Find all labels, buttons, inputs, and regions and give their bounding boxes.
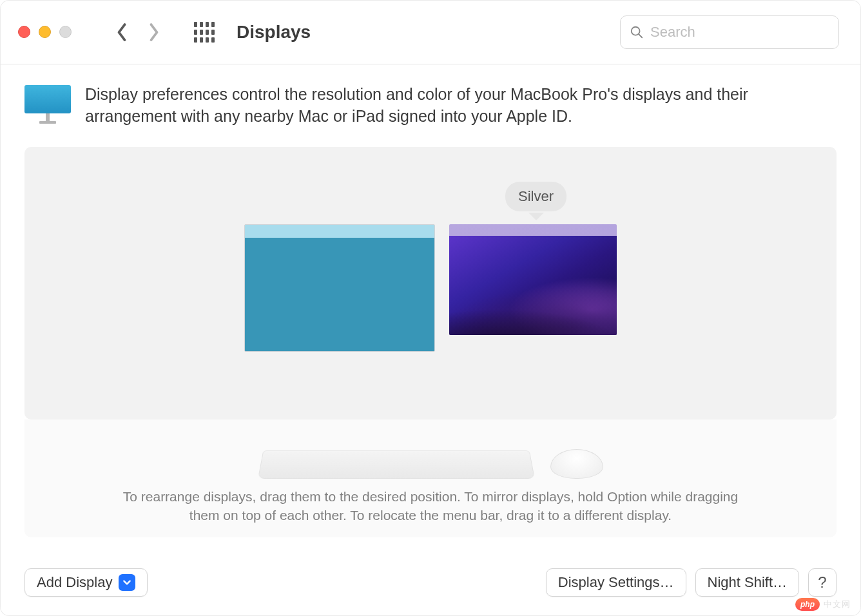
- arrangement-help-text: To rearrange displays, drag them to the …: [108, 488, 753, 525]
- night-shift-label: Night Shift…: [708, 574, 788, 591]
- system-preferences-window: Displays Display preferences control the…: [0, 0, 861, 616]
- intro-section: Display preferences control the resoluti…: [24, 84, 837, 128]
- night-shift-button[interactable]: Night Shift…: [695, 568, 800, 597]
- peripherals-section: To rearrange displays, drag them to the …: [24, 419, 837, 537]
- search-icon: [630, 25, 644, 39]
- search-field[interactable]: [620, 15, 839, 49]
- chevron-left-icon: [115, 23, 128, 42]
- content-area: Display preferences control the resoluti…: [0, 64, 861, 554]
- display-settings-button[interactable]: Display Settings…: [546, 568, 686, 597]
- add-display-label: Add Display: [37, 574, 112, 591]
- displays-icon: [24, 85, 71, 124]
- intro-text: Display preferences control the resoluti…: [85, 84, 837, 128]
- display-secondary[interactable]: [449, 224, 617, 335]
- keyboard-icon: [258, 450, 535, 479]
- chevron-right-icon: [148, 23, 160, 42]
- titlebar: Displays: [0, 0, 861, 64]
- footer-toolbar: Add Display Display Settings… Night Shif…: [0, 554, 861, 616]
- show-all-preferences-button[interactable]: [193, 21, 216, 44]
- display-arrangement-area[interactable]: Silver: [24, 147, 837, 420]
- display-primary[interactable]: [244, 224, 435, 352]
- chevron-down-icon: [122, 578, 131, 587]
- svg-line-1: [639, 34, 642, 37]
- forward-button[interactable]: [141, 19, 167, 45]
- add-display-button[interactable]: Add Display: [24, 568, 148, 597]
- display-settings-label: Display Settings…: [558, 574, 674, 591]
- mouse-icon: [550, 449, 603, 479]
- display-tooltip: Silver: [505, 182, 566, 211]
- back-button[interactable]: [109, 19, 135, 45]
- minimize-button[interactable]: [39, 26, 51, 38]
- maximize-button: [59, 26, 72, 38]
- close-button[interactable]: [18, 26, 30, 38]
- help-label: ?: [818, 573, 826, 592]
- peripherals-illustration: [50, 432, 811, 479]
- search-input[interactable]: [650, 24, 829, 41]
- page-title: Displays: [237, 22, 311, 43]
- window-controls: [18, 26, 72, 38]
- dropdown-indicator: [119, 574, 135, 591]
- help-button[interactable]: ?: [808, 568, 837, 597]
- menu-bar-handle[interactable]: [245, 225, 434, 238]
